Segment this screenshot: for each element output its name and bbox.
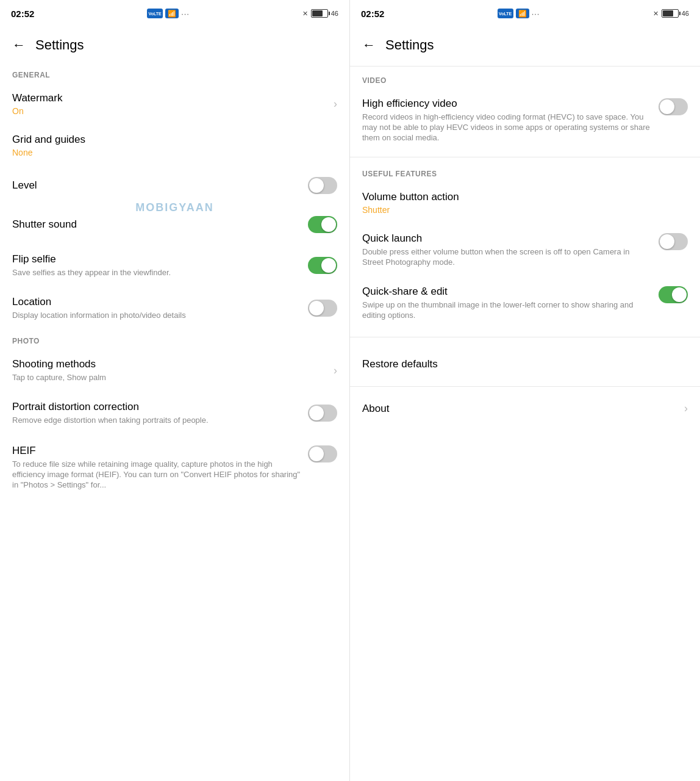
location-subtitle: Display location information in photo/vi…	[12, 311, 302, 321]
left-battery-area: ✕ 46	[302, 9, 338, 18]
video-divider	[350, 157, 700, 157]
watermark-title: Watermark	[12, 92, 327, 105]
level-toggle[interactable]	[308, 177, 337, 194]
portrait-distortion-toggle[interactable]	[308, 405, 337, 422]
high-efficiency-video-item[interactable]: High efficiency video Record videos in h…	[350, 88, 700, 152]
grid-item[interactable]: Grid and guides None	[0, 124, 349, 166]
location-left: Location Display location information in…	[12, 295, 308, 321]
portrait-distortion-toggle-knob	[309, 406, 324, 420]
right-page-title: Settings	[385, 37, 434, 53]
watermark-item[interactable]: Watermark On ›	[0, 83, 349, 124]
heif-item[interactable]: HEIF To reduce file size while retaining…	[0, 434, 349, 499]
volume-button-action-title: Volume button action	[362, 190, 682, 204]
quick-launch-toggle[interactable]	[659, 233, 688, 250]
level-toggle-knob	[309, 178, 324, 193]
quick-share-left: Quick-share & edit Swipe up on the thumb…	[362, 285, 659, 321]
shutter-sound-toggle-knob	[321, 217, 336, 232]
quick-launch-title: Quick launch	[362, 232, 652, 245]
location-title: Location	[12, 295, 302, 309]
portrait-distortion-item[interactable]: Portrait distortion correction Remove ed…	[0, 392, 349, 434]
left-phone-panel: 02:52 VoLTE 📶 ··· ✕ 46 ← Settings GENERA…	[0, 0, 350, 781]
high-efficiency-video-toggle[interactable]	[659, 98, 688, 115]
flip-selfie-subtitle: Save selfies as they appear in the viewf…	[12, 268, 302, 278]
heif-toggle[interactable]	[308, 445, 337, 462]
top-divider	[350, 66, 700, 67]
shutter-sound-item[interactable]: Shutter sound	[0, 205, 349, 244]
flip-selfie-toggle[interactable]	[308, 257, 337, 274]
portrait-distortion-subtitle: Remove edge distortion when taking portr…	[12, 416, 302, 426]
shooting-methods-chevron: ›	[334, 364, 337, 377]
grid-left: Grid and guides None	[12, 133, 337, 157]
level-left: Level	[12, 179, 308, 192]
right-volte-icon: VoLTE	[498, 9, 513, 18]
right-page-header: ← Settings	[350, 27, 700, 63]
quick-share-subtitle: Swipe up on the thumbnail image in the l…	[362, 300, 652, 321]
left-wifi-icon: 📶	[165, 9, 179, 18]
about-chevron: ›	[684, 402, 688, 415]
location-item[interactable]: Location Display location information in…	[0, 287, 349, 329]
quick-launch-toggle-knob	[660, 234, 674, 249]
left-section-photo: PHOTO	[0, 329, 349, 349]
left-settings-list: GENERAL Watermark On › Grid and guides N…	[0, 63, 349, 781]
shooting-methods-title: Shooting methods	[12, 358, 327, 371]
right-back-button[interactable]: ←	[362, 37, 376, 53]
left-status-bar: 02:52 VoLTE 📶 ··· ✕ 46	[0, 0, 349, 27]
left-section-general: GENERAL	[0, 63, 349, 83]
right-phone-panel: 02:52 VoLTE 📶 ··· ✕ 46 ← Settings VIDEO	[350, 0, 700, 781]
left-battery-text: 46	[331, 10, 338, 17]
right-battery-icon	[662, 9, 679, 18]
right-battery-area: ✕ 46	[653, 9, 689, 18]
shooting-methods-item[interactable]: Shooting methods Tap to capture, Show pa…	[0, 349, 349, 392]
right-status-dots: ···	[532, 9, 540, 18]
high-efficiency-video-title: High efficiency video	[362, 97, 652, 110]
left-page-header: ← Settings	[0, 27, 349, 63]
left-status-icons: VoLTE 📶 ···	[147, 9, 190, 18]
flip-selfie-title: Flip selfie	[12, 253, 302, 266]
flip-selfie-toggle-knob	[321, 258, 336, 273]
flip-selfie-item[interactable]: Flip selfie Save selfies as they appear …	[0, 244, 349, 287]
volume-button-action-item[interactable]: Volume button action Shutter	[350, 182, 700, 223]
location-toggle[interactable]	[308, 300, 337, 317]
volume-button-action-value: Shutter	[362, 205, 682, 215]
right-section-video: VIDEO	[350, 69, 700, 88]
useful-divider	[350, 337, 700, 337]
watermark-value: On	[12, 106, 327, 116]
shutter-sound-title: Shutter sound	[12, 218, 302, 231]
portrait-distortion-left: Portrait distortion correction Remove ed…	[12, 400, 308, 426]
heif-toggle-knob	[309, 447, 324, 461]
left-page-title: Settings	[35, 37, 84, 53]
high-efficiency-video-subtitle: Record videos in high-efficiency video c…	[362, 112, 652, 143]
shutter-sound-left: Shutter sound	[12, 218, 308, 231]
right-status-bar: 02:52 VoLTE 📶 ··· ✕ 46	[350, 0, 700, 27]
shutter-sound-toggle[interactable]	[308, 216, 337, 233]
portrait-distortion-title: Portrait distortion correction	[12, 400, 302, 414]
grid-title: Grid and guides	[12, 133, 331, 146]
left-status-dots: ···	[181, 9, 190, 18]
shooting-methods-subtitle: Tap to capture, Show palm	[12, 373, 327, 383]
quick-launch-item[interactable]: Quick launch Double press either volume …	[350, 223, 700, 276]
right-settings-list: VIDEO High efficiency video Record video…	[350, 69, 700, 781]
watermark-left: Watermark On	[12, 92, 334, 116]
grid-value: None	[12, 148, 331, 157]
right-battery-x: ✕	[653, 10, 659, 18]
about-item[interactable]: About ›	[350, 389, 700, 428]
watermark-chevron: ›	[334, 98, 337, 110]
heif-subtitle: To reduce file size while retaining imag…	[12, 459, 302, 491]
quick-share-item[interactable]: Quick-share & edit Swipe up on the thumb…	[350, 276, 700, 329]
volume-button-action-left: Volume button action Shutter	[362, 190, 688, 215]
left-back-button[interactable]: ←	[12, 37, 26, 53]
restore-divider	[350, 386, 700, 387]
restore-defaults-title: Restore defaults	[362, 358, 438, 370]
quick-share-toggle[interactable]	[659, 286, 688, 303]
heif-title: HEIF	[12, 444, 302, 458]
high-efficiency-video-toggle-knob	[660, 99, 674, 114]
quick-launch-subtitle: Double press either volume button when t…	[362, 247, 652, 268]
right-battery-text: 46	[682, 10, 689, 17]
location-toggle-knob	[309, 301, 324, 315]
left-volte-icon: VoLTE	[147, 9, 163, 18]
restore-defaults-item[interactable]: Restore defaults	[350, 345, 700, 384]
heif-left: HEIF To reduce file size while retaining…	[12, 444, 308, 491]
flip-selfie-left: Flip selfie Save selfies as they appear …	[12, 253, 308, 278]
quick-launch-left: Quick launch Double press either volume …	[362, 232, 659, 268]
level-item[interactable]: Level	[0, 166, 349, 205]
